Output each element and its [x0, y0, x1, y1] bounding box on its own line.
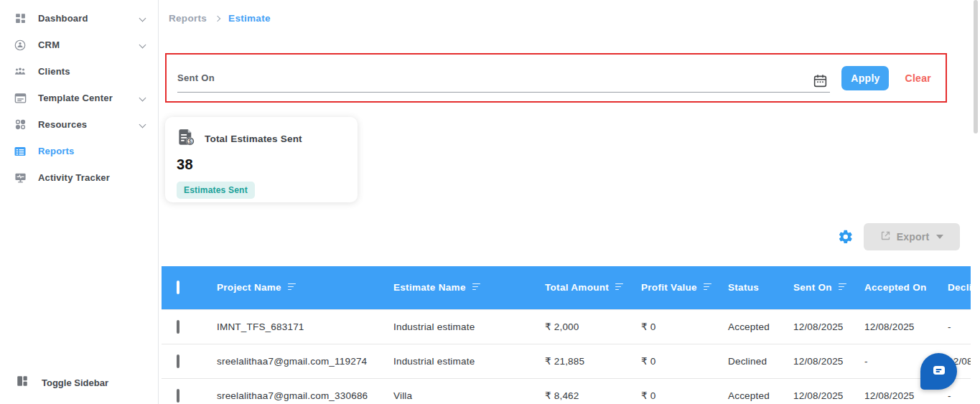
cell-accepted-on: 12/08/2025	[864, 309, 948, 344]
estimates-sent-badge: Estimates Sent	[177, 182, 255, 199]
chevron-down-icon	[139, 95, 146, 102]
table-row[interactable]: IMNT_TFS_683171 Industrial estimate ₹ 2,…	[162, 309, 971, 344]
export-icon	[880, 230, 891, 243]
sidebar-item-crm[interactable]: CRM	[0, 32, 158, 58]
resources-icon	[13, 118, 27, 132]
sidebar-item-resources[interactable]: Resources	[0, 111, 158, 138]
filter-icon[interactable]	[704, 283, 711, 292]
activity-tracker-icon	[13, 171, 27, 185]
filter-icon[interactable]	[472, 283, 480, 292]
column-header-status: Status	[728, 266, 793, 309]
filter-icon[interactable]	[839, 283, 846, 292]
sidebar-item-activity-tracker[interactable]: Activity Tracker	[0, 164, 158, 191]
column-header-project-name[interactable]: Project Name	[217, 266, 393, 309]
clients-icon	[13, 65, 27, 79]
table-row[interactable]: sreelalithaa7@gmail.com_330686 Villa ₹ 8…	[162, 378, 971, 404]
column-header-total-amount[interactable]: Total Amount	[545, 266, 641, 309]
sidebar-item-label: Template Center	[38, 93, 140, 103]
sidebar-nav: Dashboard CRM	[0, 0, 158, 191]
column-header-profit-value[interactable]: Profit Value	[641, 266, 728, 309]
breadcrumb-reports-link[interactable]: Reports	[169, 13, 207, 24]
cell-status: Accepted	[728, 309, 793, 344]
cell-declined-on: -	[948, 309, 971, 344]
toggle-sidebar-icon	[16, 375, 29, 390]
cell-profit-value: ₹ 0	[641, 378, 728, 404]
table-row[interactable]: sreelalithaa7@gmail.com_119274 Industria…	[162, 344, 971, 378]
sidebar-item-dashboard[interactable]: Dashboard	[0, 5, 158, 32]
chevron-down-icon	[139, 121, 146, 128]
cell-sent-on: 12/08/2025	[793, 344, 864, 378]
sidebar-item-clients[interactable]: Clients	[0, 58, 158, 85]
chat-icon	[930, 362, 948, 382]
estimates-table: Project Name Estimate Name Total Amount …	[162, 266, 971, 404]
scrollbar-thumb[interactable]	[974, 0, 978, 133]
sidebar-item-template-center[interactable]: Template Center	[0, 85, 158, 111]
clear-button[interactable]: Clear	[905, 72, 931, 84]
dashboard-icon	[13, 11, 27, 26]
filter-icon[interactable]	[288, 283, 296, 292]
crm-icon	[13, 38, 27, 52]
cell-estimate-name: Villa	[393, 378, 545, 404]
export-button[interactable]: Export	[864, 223, 960, 250]
sidebar: Dashboard CRM	[0, 0, 159, 404]
calendar-icon[interactable]	[813, 73, 829, 89]
chevron-right-icon	[215, 15, 220, 21]
main-content: Reports Estimate Sent On Apply Clear	[159, 0, 980, 404]
table-header-row: Project Name Estimate Name Total Amount …	[162, 266, 971, 309]
reports-icon	[13, 144, 27, 159]
stat-card-value: 38	[177, 156, 346, 173]
total-estimates-sent-card: $ Total Estimates Sent 38 Estimates Sent	[165, 117, 358, 202]
cell-estimate-name: Industrial estimate	[393, 344, 545, 378]
cell-profit-value: ₹ 0	[641, 309, 728, 344]
sidebar-item-label: Reports	[38, 146, 148, 156]
column-header-declined-on: Declined On	[948, 266, 971, 309]
cell-profit-value: ₹ 0	[641, 344, 728, 378]
app-root: Dashboard CRM	[0, 0, 980, 404]
cell-status: Declined	[728, 344, 793, 378]
row-checkbox[interactable]	[177, 320, 179, 334]
toggle-sidebar-button[interactable]: Toggle Sidebar	[0, 370, 108, 395]
chevron-down-icon	[139, 15, 146, 22]
cell-project-name: IMNT_TFS_683171	[217, 309, 393, 344]
cell-total-amount: ₹ 2,000	[545, 309, 641, 344]
cell-project-name: sreelalithaa7@gmail.com_119274	[217, 344, 393, 378]
column-header-accepted-on: Accepted On	[864, 266, 948, 309]
stat-card-title: Total Estimates Sent	[205, 133, 302, 144]
breadcrumb: Reports Estimate	[169, 13, 271, 24]
svg-text:$: $	[188, 138, 192, 145]
cell-project-name: sreelalithaa7@gmail.com_330686	[217, 378, 393, 404]
filter-icon[interactable]	[615, 283, 623, 292]
row-checkbox[interactable]	[177, 389, 179, 403]
sidebar-item-label: Activity Tracker	[38, 172, 148, 183]
scrollbar-track[interactable]	[974, 0, 978, 404]
estimate-document-icon: $	[177, 128, 196, 150]
cell-estimate-name: Industrial estimate	[393, 309, 545, 344]
sent-on-date-input[interactable]: Sent On	[177, 64, 830, 93]
apply-button[interactable]: Apply	[841, 66, 889, 90]
toggle-sidebar-label: Toggle Sidebar	[42, 377, 108, 388]
column-header-sent-on[interactable]: Sent On	[793, 266, 864, 309]
cell-total-amount: ₹ 21,885	[545, 344, 641, 378]
row-checkbox[interactable]	[177, 354, 179, 368]
export-label: Export	[897, 231, 930, 243]
cell-sent-on: 12/08/2025	[793, 309, 864, 344]
sidebar-item-label: Clients	[38, 66, 148, 77]
breadcrumb-estimate-current: Estimate	[228, 13, 271, 24]
cell-status: Accepted	[728, 378, 793, 404]
sidebar-item-label: CRM	[38, 39, 140, 50]
date-filter-panel: Sent On Apply Clear	[165, 53, 947, 103]
column-header-estimate-name[interactable]: Estimate Name	[393, 266, 545, 309]
chevron-down-icon	[936, 235, 943, 239]
template-center-icon	[13, 91, 27, 105]
sidebar-item-reports[interactable]: Reports	[0, 138, 158, 164]
sidebar-item-label: Resources	[38, 119, 140, 130]
table-toolbar: Export	[838, 223, 960, 250]
sidebar-item-label: Dashboard	[38, 13, 140, 24]
chat-widget-button[interactable]	[920, 353, 957, 390]
sent-on-placeholder: Sent On	[177, 72, 215, 83]
gear-icon[interactable]	[838, 229, 854, 245]
select-all-checkbox[interactable]	[177, 281, 179, 294]
chevron-down-icon	[139, 42, 146, 49]
cell-total-amount: ₹ 8,462	[545, 378, 641, 404]
cell-sent-on: 12/08/2025	[793, 378, 864, 404]
